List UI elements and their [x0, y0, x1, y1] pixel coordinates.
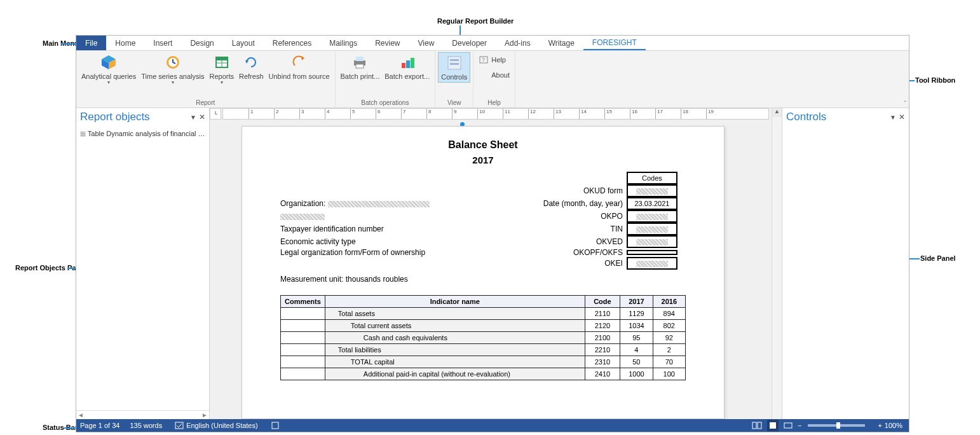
tab-insert[interactable]: Insert [144, 36, 181, 50]
cell-2016: 70 [653, 356, 685, 368]
status-lang[interactable]: English (United States) [186, 422, 258, 429]
btn-reports[interactable]: Reports▾ [207, 52, 236, 87]
cell-indicator: Cash and cash equivalents [325, 332, 585, 344]
cell-comments [281, 308, 325, 320]
view-print-icon[interactable] [767, 420, 779, 431]
view-web-icon[interactable] [784, 421, 793, 430]
field-date: Date (month, day, year) [543, 199, 623, 208]
tab-foresight[interactable]: FORESIGHT [583, 36, 646, 50]
cell-2017: 1034 [620, 320, 653, 332]
printer-icon [351, 53, 369, 71]
btn-unbind[interactable]: Unbind from source [266, 52, 332, 81]
ruler-tick: 17 [655, 109, 663, 119]
cell-indicator: Total current assets [325, 320, 585, 332]
ruler-tick: 11 [503, 109, 510, 119]
btn-batch-export[interactable]: Batch export... [382, 52, 432, 81]
table-icon [213, 53, 231, 71]
refresh-icon [242, 53, 260, 71]
btn-analytical-queries[interactable]: Analytical queries▾ [79, 52, 139, 87]
codes-okopf [627, 250, 677, 255]
tab-design[interactable]: Design [181, 36, 222, 50]
btn-about[interactable]: About [476, 69, 512, 81]
svg-marker-9 [245, 60, 248, 64]
macro-icon[interactable] [271, 421, 280, 430]
tab-home[interactable]: Home [106, 36, 144, 50]
group-label-report: Report [196, 99, 215, 107]
tab-file[interactable]: File [76, 36, 106, 50]
table-header: 2016 [653, 296, 685, 308]
ruler-tick: 1 [248, 109, 253, 119]
org-label: Organization: [280, 199, 325, 208]
tab-developer[interactable]: Developer [443, 36, 496, 50]
pin-icon[interactable]: ▼ [890, 114, 896, 121]
zoom-out[interactable]: − [798, 422, 801, 429]
svg-rect-27 [784, 423, 792, 428]
tab-strip: File Home Insert Design Layout Reference… [76, 36, 909, 51]
svg-rect-24 [752, 422, 756, 429]
panel-scrollbar[interactable]: ◄► [76, 410, 209, 419]
field-tin: TIN [611, 224, 623, 233]
field-okved: OKVED [596, 237, 623, 246]
status-page[interactable]: Page 1 of 34 [80, 422, 119, 429]
view-read-icon[interactable] [752, 421, 762, 430]
ribbon-group-report: Analytical queries▾ Time series analysis… [76, 51, 336, 107]
panel-title-report-objects: Report objects [80, 111, 150, 123]
ribbon: Analytical queries▾ Time series analysis… [76, 51, 909, 108]
pin-icon[interactable]: ▼ [190, 114, 196, 121]
unbind-icon [290, 53, 308, 71]
ribbon-group-help: ? Help About Help [473, 51, 515, 107]
btn-controls[interactable]: Controls [438, 52, 470, 83]
zoom-in[interactable]: + [878, 422, 881, 429]
cell-2017: 1129 [620, 308, 653, 320]
close-icon[interactable]: ✕ [899, 113, 905, 121]
cube-icon [100, 53, 118, 71]
svg-rect-15 [406, 60, 410, 68]
svg-rect-19 [450, 63, 459, 65]
table-row: Additional paid-in capital (without re-e… [281, 368, 686, 380]
ruler-tick: 5 [350, 109, 355, 119]
field-okei: OKEI [604, 259, 623, 268]
btn-time-series[interactable]: Time series analysis▾ [139, 52, 207, 87]
cell-2016: 100 [653, 368, 685, 380]
ribbon-group-view: Controls View [435, 51, 473, 107]
cell-comments [281, 320, 325, 332]
document-page: Balance Sheet 2017 Codes OKUD form Orga [242, 126, 725, 419]
help-icon: ? [479, 55, 489, 65]
ruler-tick: 18 [681, 109, 688, 119]
cell-code: 2210 [585, 344, 620, 356]
btn-refresh[interactable]: Refresh [236, 52, 266, 81]
cell-2016: 92 [653, 332, 685, 344]
spellcheck-icon[interactable] [175, 421, 184, 430]
tab-layout[interactable]: Layout [223, 36, 264, 50]
doc-year: 2017 [280, 155, 686, 165]
svg-rect-22 [175, 422, 183, 429]
tab-addins[interactable]: Add-ins [496, 36, 540, 50]
close-icon[interactable]: ✕ [199, 113, 205, 121]
cell-2017: 4 [620, 344, 653, 356]
work-area: Report objects ▼ ✕ Table Dynamic analysi… [76, 108, 909, 419]
vertical-scrollbar[interactable]: ▲ [772, 108, 782, 419]
tab-mailings[interactable]: Mailings [320, 36, 366, 50]
ruler-tick: 13 [554, 109, 561, 119]
table-row: Cash and cash equivalents21009592 [281, 332, 686, 344]
btn-help[interactable]: ? Help [476, 53, 508, 66]
export-icon [398, 53, 416, 71]
ruler-tick: 2 [274, 109, 278, 119]
group-label-view: View [447, 99, 461, 107]
cell-code: 2310 [585, 356, 620, 368]
tree-item[interactable]: Table Dynamic analysis of financial indi… [79, 128, 207, 139]
tab-writage[interactable]: Writage [540, 36, 583, 50]
collapse-ribbon[interactable]: ˆ [904, 100, 906, 107]
status-words[interactable]: 135 words [130, 422, 162, 429]
svg-rect-12 [356, 57, 364, 61]
zoom-slider[interactable] [808, 424, 865, 427]
ruler-tick: 12 [528, 109, 536, 119]
tab-review[interactable]: Review [366, 36, 409, 50]
panel-title-controls: Controls [786, 111, 826, 123]
codes-okved [627, 235, 677, 248]
btn-batch-print[interactable]: Batch print... [338, 52, 383, 81]
ruler-horizontal[interactable]: 12345678910111213141516171819 [222, 108, 769, 120]
tab-view[interactable]: View [409, 36, 444, 50]
tab-references[interactable]: References [264, 36, 320, 50]
zoom-level[interactable]: 100% [885, 422, 902, 429]
